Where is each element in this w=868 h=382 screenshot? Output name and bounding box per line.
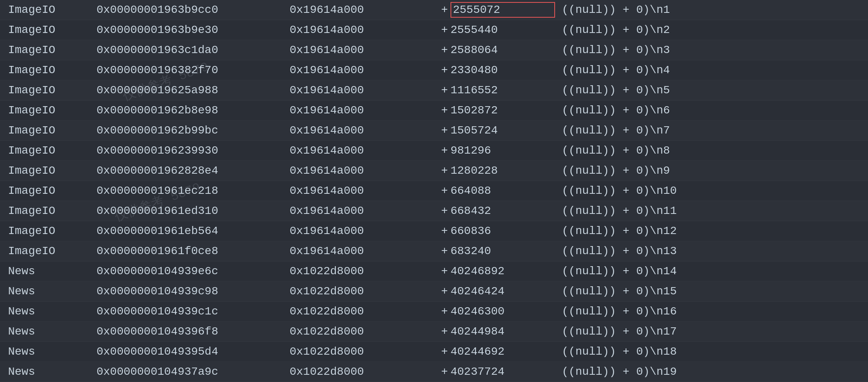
table-row: News 0x00000001049396f8 0x1022d8000 + 40… (0, 322, 868, 342)
col-base: 0x1022d8000 (290, 345, 434, 358)
col-base: 0x19614a000 (290, 84, 434, 97)
table-row: News 0x0000000104939c98 0x1022d8000 + 40… (0, 281, 868, 302)
col-address: 0x00000001961ec218 (97, 185, 290, 197)
col-address: 0x00000001963c1da0 (97, 44, 290, 56)
col-offset: 668432 (450, 205, 555, 217)
col-address: 0x0000000104937a9c (97, 366, 290, 378)
col-plus: + (434, 345, 450, 358)
col-base: 0x1022d8000 (290, 285, 434, 298)
table-row: ImageIO 0x0000000196239930 0x19614a000 +… (0, 141, 868, 161)
col-base: 0x19614a000 (290, 205, 434, 217)
table-row: ImageIO 0x00000001963b9e30 0x19614a000 +… (0, 20, 868, 40)
col-rest: ((null)) + 0)\n18 (555, 345, 860, 358)
col-offset: 683240 (450, 245, 555, 257)
col-plus: + (434, 124, 450, 137)
col-base: 0x19614a000 (290, 185, 434, 197)
col-offset: 1502872 (450, 104, 555, 117)
col-base: 0x19614a000 (290, 4, 434, 16)
col-module: ImageIO (8, 24, 97, 36)
table-row: ImageIO 0x0000000196382f70 0x19614a000 +… (0, 60, 868, 80)
table-row: ImageIO 0x00000001961ec218 0x19614a000 +… (0, 181, 868, 201)
col-plus: + (434, 44, 450, 56)
col-rest: ((null)) + 0)\n10 (555, 185, 860, 197)
col-offset: 1280228 (450, 164, 555, 177)
col-offset: 40246300 (450, 305, 555, 318)
col-offset: 2588064 (450, 44, 555, 56)
col-rest: ((null)) + 0)\n14 (555, 265, 860, 277)
col-plus: + (434, 4, 450, 16)
table-row: News 0x0000000104939c1c 0x1022d8000 + 40… (0, 302, 868, 322)
col-plus: + (434, 24, 450, 36)
col-address: 0x0000000104939c98 (97, 285, 290, 298)
col-plus: + (434, 84, 450, 97)
col-rest: ((null)) + 0)\n1 (555, 4, 860, 16)
col-plus: + (434, 245, 450, 257)
table-row: News 0x00000001049395d4 0x1022d8000 + 40… (0, 342, 868, 362)
col-plus: + (434, 325, 450, 338)
col-address: 0x000000019625a988 (97, 84, 290, 97)
col-offset: 40237724 (450, 366, 555, 378)
col-rest: ((null)) + 0)\n13 (555, 245, 860, 257)
col-module: News (8, 366, 97, 378)
col-address: 0x00000001963b9cc0 (97, 4, 290, 16)
col-module: ImageIO (8, 245, 97, 257)
col-base: 0x19614a000 (290, 124, 434, 137)
table-row: ImageIO 0x00000001963b9cc0 0x19614a000 +… (0, 0, 868, 20)
col-module: ImageIO (8, 124, 97, 137)
col-rest: ((null)) + 0)\n4 (555, 64, 860, 76)
table-row: ImageIO 0x00000001961f0ce8 0x19614a000 +… (0, 241, 868, 261)
col-rest: ((null)) + 0)\n19 (555, 366, 860, 378)
col-rest: ((null)) + 0)\n5 (555, 84, 860, 97)
col-rest: ((null)) + 0)\n6 (555, 104, 860, 117)
col-address: 0x00000001961eb564 (97, 225, 290, 237)
col-address: 0x0000000104939c1c (97, 305, 290, 318)
col-address: 0x0000000196239930 (97, 144, 290, 157)
col-base: 0x19614a000 (290, 44, 434, 56)
col-base: 0x19614a000 (290, 164, 434, 177)
col-address: 0x00000001962b8e98 (97, 104, 290, 117)
col-address: 0x0000000104939e6c (97, 265, 290, 277)
col-rest: ((null)) + 0)\n7 (555, 124, 860, 137)
col-offset: 40246424 (450, 285, 555, 298)
col-plus: + (434, 104, 450, 117)
col-address: 0x00000001961ed310 (97, 205, 290, 217)
col-module: ImageIO (8, 225, 97, 237)
col-offset: 40246892 (450, 265, 555, 277)
col-base: 0x19614a000 (290, 144, 434, 157)
col-plus: + (434, 366, 450, 378)
table-row: ImageIO 0x000000019625a988 0x19614a000 +… (0, 80, 868, 101)
col-module: ImageIO (8, 164, 97, 177)
col-offset: 660836 (450, 225, 555, 237)
col-module: ImageIO (8, 64, 97, 76)
table-row: ImageIO 0x00000001963c1da0 0x19614a000 +… (0, 40, 868, 60)
col-base: 0x1022d8000 (290, 325, 434, 338)
table-row: ImageIO 0x00000001962b99bc 0x19614a000 +… (0, 121, 868, 141)
table-row: ImageIO 0x00000001962b8e98 0x19614a000 +… (0, 101, 868, 121)
col-rest: ((null)) + 0)\n17 (555, 325, 860, 338)
col-module: ImageIO (8, 144, 97, 157)
table-row: News 0x0000000104937a9c 0x1022d8000 + 40… (0, 362, 868, 382)
table-row: ImageIO 0x00000001961eb564 0x19614a000 +… (0, 221, 868, 241)
col-address: 0x00000001961f0ce8 (97, 245, 290, 257)
table-row: News 0x0000000104939e6c 0x1022d8000 + 40… (0, 261, 868, 281)
col-module: News (8, 285, 97, 298)
col-module: ImageIO (8, 84, 97, 97)
col-module: News (8, 325, 97, 338)
col-offset: 981296 (450, 144, 555, 157)
col-module: ImageIO (8, 205, 97, 217)
col-base: 0x1022d8000 (290, 366, 434, 378)
col-offset: 2555072 (450, 2, 555, 18)
col-module: News (8, 345, 97, 358)
col-plus: + (434, 205, 450, 217)
col-module: News (8, 305, 97, 318)
col-plus: + (434, 265, 450, 277)
col-rest: ((null)) + 0)\n2 (555, 24, 860, 36)
memory-table: ImageIO 0x00000001963b9cc0 0x19614a000 +… (0, 0, 868, 382)
col-base: 0x19614a000 (290, 64, 434, 76)
col-plus: + (434, 144, 450, 157)
col-plus: + (434, 305, 450, 318)
col-module: ImageIO (8, 44, 97, 56)
col-plus: + (434, 285, 450, 298)
col-offset: 1116552 (450, 84, 555, 97)
col-module: ImageIO (8, 4, 97, 16)
